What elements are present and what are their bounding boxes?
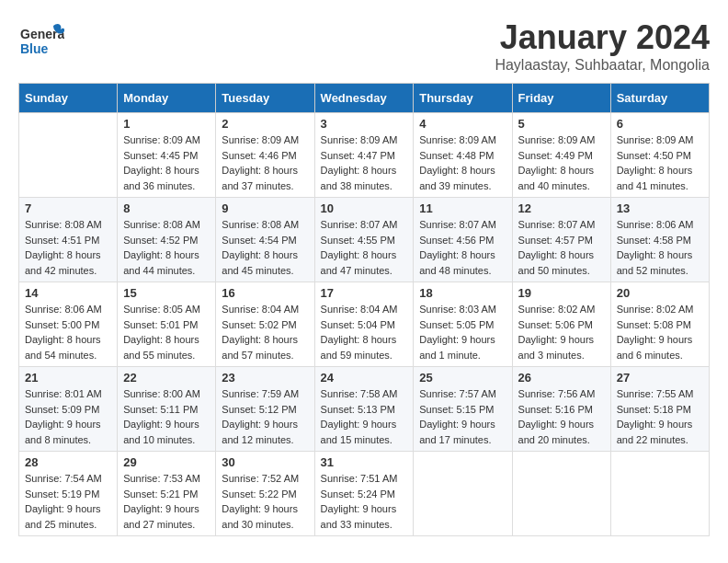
calendar-cell: 30Sunrise: 7:52 AMSunset: 5:22 PMDayligh… (216, 452, 314, 536)
calendar-cell (610, 452, 709, 536)
location: Haylaastay, Suhbaatar, Mongolia (495, 57, 710, 74)
calendar-cell: 5Sunrise: 8:09 AMSunset: 4:49 PMDaylight… (512, 113, 610, 198)
day-info: Sunrise: 8:09 AMSunset: 4:49 PMDaylight:… (518, 132, 605, 193)
calendar-cell: 15Sunrise: 8:05 AMSunset: 5:01 PMDayligh… (118, 282, 216, 367)
calendar-header-row: SundayMondayTuesdayWednesdayThursdayFrid… (19, 84, 710, 113)
day-info: Sunrise: 7:52 AMSunset: 5:22 PMDaylight:… (222, 471, 308, 532)
day-info: Sunrise: 8:02 AMSunset: 5:06 PMDaylight:… (518, 302, 605, 362)
day-number: 10 (321, 201, 408, 215)
calendar-cell: 12Sunrise: 8:07 AMSunset: 4:57 PMDayligh… (512, 198, 610, 282)
day-number: 19 (518, 286, 605, 300)
calendar-cell: 3Sunrise: 8:09 AMSunset: 4:47 PMDaylight… (314, 113, 414, 198)
day-number: 29 (123, 455, 210, 469)
calendar-cell: 6Sunrise: 8:09 AMSunset: 4:50 PMDaylight… (610, 113, 709, 198)
day-number: 7 (25, 201, 111, 215)
day-number: 1 (123, 117, 210, 131)
day-info: Sunrise: 8:05 AMSunset: 5:01 PMDaylight:… (123, 302, 210, 362)
day-info: Sunrise: 7:58 AMSunset: 5:13 PMDaylight:… (321, 386, 408, 447)
day-info: Sunrise: 8:08 AMSunset: 4:52 PMDaylight:… (123, 217, 210, 278)
calendar-cell: 19Sunrise: 8:02 AMSunset: 5:06 PMDayligh… (512, 282, 610, 367)
calendar-cell: 2Sunrise: 8:09 AMSunset: 4:46 PMDaylight… (216, 113, 314, 198)
day-number: 21 (25, 371, 111, 385)
calendar-cell: 7Sunrise: 8:08 AMSunset: 4:51 PMDaylight… (19, 198, 118, 282)
day-info: Sunrise: 8:09 AMSunset: 4:45 PMDaylight:… (123, 132, 210, 193)
calendar-week-1: 1Sunrise: 8:09 AMSunset: 4:45 PMDaylight… (19, 113, 710, 198)
calendar-cell: 26Sunrise: 7:56 AMSunset: 5:16 PMDayligh… (512, 367, 610, 452)
calendar-header-friday: Friday (512, 84, 610, 113)
day-info: Sunrise: 8:07 AMSunset: 4:56 PMDaylight:… (419, 217, 506, 278)
day-info: Sunrise: 8:08 AMSunset: 4:51 PMDaylight:… (25, 217, 111, 278)
calendar-cell: 4Sunrise: 8:09 AMSunset: 4:48 PMDaylight… (414, 113, 512, 198)
day-number: 18 (419, 286, 506, 300)
calendar-cell: 29Sunrise: 7:53 AMSunset: 5:21 PMDayligh… (118, 452, 216, 536)
day-info: Sunrise: 7:57 AMSunset: 5:15 PMDaylight:… (419, 386, 506, 447)
calendar-cell (414, 452, 512, 536)
calendar-cell: 11Sunrise: 8:07 AMSunset: 4:56 PMDayligh… (414, 198, 512, 282)
calendar-cell: 25Sunrise: 7:57 AMSunset: 5:15 PMDayligh… (414, 367, 512, 452)
day-number: 2 (222, 117, 308, 131)
month-title: January 2024 (495, 18, 710, 57)
day-info: Sunrise: 7:53 AMSunset: 5:21 PMDaylight:… (123, 471, 210, 532)
calendar-header-thursday: Thursday (414, 84, 512, 113)
day-number: 15 (123, 286, 210, 300)
calendar-cell: 24Sunrise: 7:58 AMSunset: 5:13 PMDayligh… (314, 367, 414, 452)
day-number: 27 (617, 371, 703, 385)
day-info: Sunrise: 8:06 AMSunset: 4:58 PMDaylight:… (617, 217, 703, 278)
day-number: 5 (518, 117, 605, 131)
svg-text:Blue: Blue (20, 41, 49, 56)
calendar-cell: 14Sunrise: 8:06 AMSunset: 5:00 PMDayligh… (19, 282, 118, 367)
logo-icon: General Blue (18, 18, 64, 64)
day-info: Sunrise: 8:07 AMSunset: 4:55 PMDaylight:… (321, 217, 408, 278)
calendar-week-3: 14Sunrise: 8:06 AMSunset: 5:00 PMDayligh… (19, 282, 710, 367)
day-number: 31 (321, 455, 408, 469)
calendar-cell: 23Sunrise: 7:59 AMSunset: 5:12 PMDayligh… (216, 367, 314, 452)
day-number: 6 (617, 117, 703, 131)
day-number: 11 (419, 201, 506, 215)
day-number: 22 (123, 371, 210, 385)
calendar-cell: 17Sunrise: 8:04 AMSunset: 5:04 PMDayligh… (314, 282, 414, 367)
calendar-header-sunday: Sunday (19, 84, 118, 113)
calendar-cell: 31Sunrise: 7:51 AMSunset: 5:24 PMDayligh… (314, 452, 414, 536)
day-info: Sunrise: 8:09 AMSunset: 4:48 PMDaylight:… (419, 132, 506, 193)
day-number: 13 (617, 201, 703, 215)
title-block: January 2024 Haylaastay, Suhbaatar, Mong… (495, 18, 710, 74)
day-number: 9 (222, 201, 308, 215)
day-info: Sunrise: 8:09 AMSunset: 4:47 PMDaylight:… (321, 132, 408, 193)
calendar-cell: 22Sunrise: 8:00 AMSunset: 5:11 PMDayligh… (118, 367, 216, 452)
day-number: 24 (321, 371, 408, 385)
day-info: Sunrise: 7:51 AMSunset: 5:24 PMDaylight:… (321, 471, 408, 532)
day-number: 23 (222, 371, 308, 385)
calendar-header-wednesday: Wednesday (314, 84, 414, 113)
calendar-cell: 10Sunrise: 8:07 AMSunset: 4:55 PMDayligh… (314, 198, 414, 282)
page-header: General Blue January 2024 Haylaastay, Su… (18, 18, 710, 74)
day-info: Sunrise: 8:04 AMSunset: 5:02 PMDaylight:… (222, 302, 308, 362)
day-info: Sunrise: 7:55 AMSunset: 5:18 PMDaylight:… (617, 386, 703, 447)
calendar-header-monday: Monday (118, 84, 216, 113)
day-info: Sunrise: 8:07 AMSunset: 4:57 PMDaylight:… (518, 217, 605, 278)
day-number: 8 (123, 201, 210, 215)
day-number: 3 (321, 117, 408, 131)
calendar-cell: 13Sunrise: 8:06 AMSunset: 4:58 PMDayligh… (610, 198, 709, 282)
calendar-cell (512, 452, 610, 536)
day-info: Sunrise: 8:04 AMSunset: 5:04 PMDaylight:… (321, 302, 408, 362)
day-number: 25 (419, 371, 506, 385)
calendar-cell: 8Sunrise: 8:08 AMSunset: 4:52 PMDaylight… (118, 198, 216, 282)
calendar-header-tuesday: Tuesday (216, 84, 314, 113)
day-number: 16 (222, 286, 308, 300)
day-number: 28 (25, 455, 111, 469)
calendar-header-saturday: Saturday (610, 84, 709, 113)
calendar-week-2: 7Sunrise: 8:08 AMSunset: 4:51 PMDaylight… (19, 198, 710, 282)
calendar-week-5: 28Sunrise: 7:54 AMSunset: 5:19 PMDayligh… (19, 452, 710, 536)
day-info: Sunrise: 7:54 AMSunset: 5:19 PMDaylight:… (25, 471, 111, 532)
day-number: 14 (25, 286, 111, 300)
calendar-cell: 21Sunrise: 8:01 AMSunset: 5:09 PMDayligh… (19, 367, 118, 452)
day-info: Sunrise: 8:09 AMSunset: 4:46 PMDaylight:… (222, 132, 308, 193)
day-info: Sunrise: 7:59 AMSunset: 5:12 PMDaylight:… (222, 386, 308, 447)
logo: General Blue (18, 18, 64, 68)
calendar-cell: 16Sunrise: 8:04 AMSunset: 5:02 PMDayligh… (216, 282, 314, 367)
day-number: 12 (518, 201, 605, 215)
calendar-cell: 28Sunrise: 7:54 AMSunset: 5:19 PMDayligh… (19, 452, 118, 536)
day-number: 26 (518, 371, 605, 385)
day-number: 17 (321, 286, 408, 300)
calendar-cell: 9Sunrise: 8:08 AMSunset: 4:54 PMDaylight… (216, 198, 314, 282)
